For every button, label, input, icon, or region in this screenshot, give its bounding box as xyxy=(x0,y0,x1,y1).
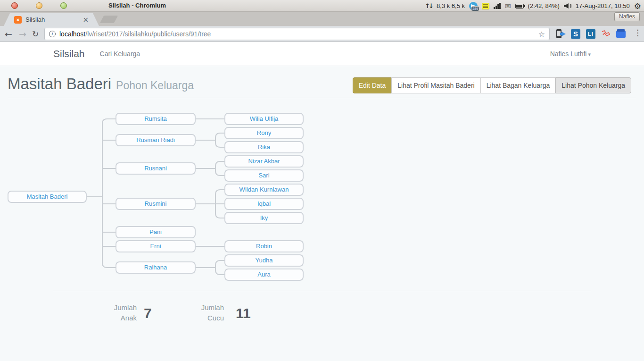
tree-node-child[interactable]: Rusman Riadi xyxy=(116,134,196,146)
tree-node-child[interactable]: Rusmini xyxy=(116,198,196,210)
back-icon[interactable]: ← xyxy=(5,28,12,40)
todo-list-icon[interactable] xyxy=(482,3,489,9)
window-minimize-icon[interactable] xyxy=(36,2,42,9)
window-controls xyxy=(11,2,67,9)
page-content: Silsilah Cari Keluarga Nafies Luthfi▾ Ma… xyxy=(0,42,644,361)
lihat-profil-button[interactable]: Lihat Profil Masitah Baderi xyxy=(391,77,480,93)
browser-toolbar: ← → ↻ i localhost/lv/riset/2017/silsilah… xyxy=(0,26,644,42)
clock[interactable]: 17-Aug-2017, 10:50 xyxy=(576,2,630,9)
window-close-icon[interactable] xyxy=(11,2,18,9)
gear-icon[interactable]: ⚙ xyxy=(634,1,641,11)
browser-menu-icon[interactable]: ⋮ xyxy=(634,28,642,37)
lihat-bagan-button[interactable]: Lihat Bagan Keluarga xyxy=(480,77,556,93)
mail-icon[interactable]: ✉ xyxy=(505,2,511,10)
desktop-username-tooltip: Nafies xyxy=(614,12,640,21)
tree-node-grandchild[interactable]: Wildan Kurniawan xyxy=(224,184,304,196)
stats-divider xyxy=(53,291,591,291)
url-text[interactable]: localhost/lv/riset/2017/silsilahku/publi… xyxy=(59,30,211,38)
tree-node-grandchild[interactable]: Rika xyxy=(224,141,304,153)
s-extension-icon[interactable]: S xyxy=(571,29,580,39)
nav-link-cari-keluarga[interactable]: Cari Keluarga xyxy=(100,50,140,58)
jumlah-anak-value: 7 xyxy=(144,305,152,321)
tree-node-grandchild[interactable]: Aura xyxy=(224,269,304,281)
lihat-pohon-button[interactable]: Lihat Pohon Keluarga xyxy=(555,77,631,93)
tree-node-child[interactable]: Erni xyxy=(116,240,196,252)
forward-icon: → xyxy=(19,28,26,40)
url-path: /lv/riset/2017/silsilahku/public/users/9… xyxy=(85,30,211,38)
tab-close-icon[interactable]: × xyxy=(83,16,89,24)
network-rates: 8,3 k 6,5 k xyxy=(437,2,465,9)
tree-node-grandchild[interactable]: Sari xyxy=(224,169,304,182)
signal-icon[interactable] xyxy=(494,3,501,9)
network-arrows-icon[interactable]: ↑↓ xyxy=(425,2,432,9)
tree-node-child[interactable]: Pani xyxy=(116,226,196,238)
reload-icon[interactable]: ↻ xyxy=(32,28,39,40)
battery-status: (2:42, 84%) xyxy=(528,2,560,9)
mobile-tester-extension-icon[interactable] xyxy=(555,29,565,39)
tree-node-grandchild[interactable]: Nizar Akbar xyxy=(224,155,304,168)
tree-node-grandchild[interactable]: Wilia Ulfija xyxy=(224,113,304,125)
battery-icon[interactable] xyxy=(515,4,524,8)
tree-node-child[interactable]: Rumsita xyxy=(116,113,196,125)
tab-title: Silsilah xyxy=(25,16,83,23)
telegram-icon[interactable]: 289 xyxy=(469,2,478,10)
user-name: Nafies Luthfi xyxy=(550,50,587,58)
laravel-extension-icon[interactable] xyxy=(601,29,611,39)
page-subtitle: Pohon Keluarga xyxy=(116,79,194,92)
jumlah-cucu-label: Jumlah Cucu xyxy=(195,302,224,323)
brand-link[interactable]: Silsilah xyxy=(53,48,85,59)
tree-node-child[interactable]: Raihana xyxy=(116,261,196,274)
tree-node-child[interactable]: Rusnani xyxy=(116,162,196,175)
xampp-favicon-icon: × xyxy=(14,16,22,24)
box-extension-icon[interactable] xyxy=(616,29,626,39)
page-title: Masitah Baderi xyxy=(8,75,111,92)
window-title: Silsilah - Chromium xyxy=(108,2,166,9)
volume-icon[interactable] xyxy=(564,3,571,8)
tree-node-grandchild[interactable]: Iqbal xyxy=(224,198,304,210)
jumlah-cucu-value: 11 xyxy=(236,305,251,321)
url-host: localhost xyxy=(59,30,85,38)
tree-node-root[interactable]: Masitah Baderi xyxy=(8,191,87,203)
edit-data-button[interactable]: Edit Data xyxy=(353,77,392,93)
system-tray: ↑↓ 8,3 k 6,5 k 289 ✉ (2:42, 84%) 17-Aug-… xyxy=(425,0,641,12)
li-extension-icon[interactable]: LI xyxy=(586,29,595,39)
tab-strip: × Silsilah × xyxy=(0,12,644,26)
telegram-badge: 289 xyxy=(471,6,479,11)
tab-silsilah[interactable]: × Silsilah × xyxy=(4,13,99,26)
bookmark-star-icon[interactable]: ☆ xyxy=(538,30,545,39)
chevron-down-icon: ▾ xyxy=(588,51,591,58)
tree-node-grandchild[interactable]: Iky xyxy=(224,212,304,224)
jumlah-anak-label: Jumlah Anak xyxy=(107,302,137,323)
tree-node-grandchild[interactable]: Rony xyxy=(224,127,304,139)
tree-node-grandchild[interactable]: Robin xyxy=(224,240,304,252)
tree-node-grandchild[interactable]: Yudha xyxy=(224,254,304,267)
action-button-group: Edit Data Lihat Profil Masitah Baderi Li… xyxy=(353,77,631,93)
user-dropdown[interactable]: Nafies Luthfi▾ xyxy=(550,50,591,58)
site-navbar: Silsilah Cari Keluarga Nafies Luthfi▾ xyxy=(0,42,644,66)
new-tab-button[interactable] xyxy=(100,16,118,23)
window-maximize-icon[interactable] xyxy=(60,2,67,9)
page-info-icon[interactable]: i xyxy=(49,31,56,37)
address-bar[interactable]: i localhost/lv/riset/2017/silsilahku/pub… xyxy=(44,28,550,40)
system-bar: Silsilah - Chromium ↑↓ 8,3 k 6,5 k 289 ✉… xyxy=(0,0,644,12)
